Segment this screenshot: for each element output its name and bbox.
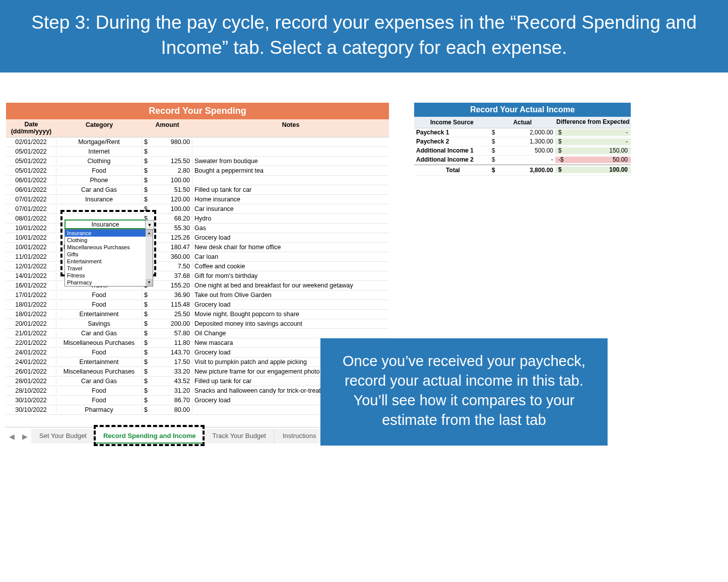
cell-amount[interactable]: $25.50	[142, 311, 192, 318]
cell-notes[interactable]: Hydro	[192, 215, 389, 222]
cell-notes[interactable]: Home insurance	[192, 196, 389, 203]
cell-date[interactable]: 06/01/2022	[6, 187, 56, 194]
cell-amount[interactable]: $33.20	[142, 368, 192, 375]
cell-actual[interactable]: $500.00	[490, 147, 555, 154]
cell-date[interactable]: 21/01/2022	[6, 330, 56, 337]
cell-date[interactable]: 12/01/2022	[6, 263, 56, 270]
spending-row[interactable]: 17/01/2022Food$36.90Take out from Olive …	[6, 290, 389, 300]
spending-row[interactable]: 06/01/2022Phone$100.00	[6, 176, 389, 185]
spending-row[interactable]: 11/01/2022Debt$360.00Car loan	[6, 252, 389, 262]
spending-row[interactable]: 05/01/2022Internet$	[6, 147, 389, 157]
cell-date[interactable]: 16/01/2022	[6, 282, 56, 289]
cell-category[interactable]: Internet	[56, 148, 142, 155]
cell-source[interactable]: Additional Income 1	[414, 147, 490, 154]
income-row[interactable]: Paycheck 1$2,000.00$-	[414, 128, 631, 137]
dropdown-arrow-icon[interactable]: ▼	[145, 220, 154, 230]
cell-date[interactable]: 07/01/2022	[6, 196, 56, 203]
category-dropdown-list[interactable]: ▴ ▾ InsuranceClothingMiscellaneous Purch…	[64, 229, 153, 286]
cell-date[interactable]: 18/01/2022	[6, 311, 56, 318]
cell-date[interactable]: 02/01/2022	[6, 139, 56, 146]
cell-notes[interactable]: Grocery load	[192, 234, 389, 241]
dropdown-option[interactable]: Insurance	[65, 230, 153, 237]
cell-amount[interactable]: $80.00	[142, 406, 192, 413]
cell-amount[interactable]: $17.50	[142, 358, 192, 366]
cell-amount[interactable]: $51.50	[142, 186, 192, 193]
cell-amount[interactable]: $115.48	[142, 301, 192, 308]
cell-date[interactable]: 05/01/2022	[6, 168, 56, 175]
cell-date[interactable]: 05/01/2022	[6, 158, 56, 165]
cell-notes[interactable]: One night at bed and breakfast for our w…	[192, 282, 389, 289]
cell-source[interactable]: Additional Income 2	[414, 156, 490, 163]
spending-row[interactable]: 08/01/2022$68.20Hydro	[6, 214, 389, 224]
cell-date[interactable]: 17/01/2022	[6, 292, 56, 299]
cell-date[interactable]: 28/10/2022	[6, 388, 56, 395]
spending-row[interactable]: 10/01/2022$125.26Grocery load	[6, 233, 389, 243]
cell-date[interactable]: 10/01/2022	[6, 225, 56, 232]
cell-date[interactable]: 24/01/2022	[6, 349, 56, 356]
cell-category[interactable]: Car and Gas	[56, 330, 142, 337]
cell-notes[interactable]: Gift for mom's birthday	[192, 272, 389, 279]
cell-date[interactable]: 24/01/2022	[6, 359, 56, 366]
cell-date[interactable]: 30/10/2022	[6, 407, 56, 414]
cell-amount[interactable]: $125.50	[142, 158, 192, 165]
tab-nav-next-icon[interactable]: ▶	[18, 430, 31, 443]
cell-notes[interactable]: Gas	[192, 225, 389, 232]
spending-row[interactable]: 18/01/2022Food$115.48Grocery load	[6, 300, 389, 310]
dropdown-option[interactable]: Travel	[65, 265, 153, 272]
cell-actual[interactable]: $-	[490, 156, 555, 163]
cell-notes[interactable]: Car loan	[192, 253, 389, 260]
cell-amount[interactable]: $980.00	[142, 138, 192, 146]
spending-row[interactable]: 07/01/2022$100.00Car insurance	[6, 204, 389, 214]
cell-date[interactable]: 10/01/2022	[6, 235, 56, 242]
cell-amount[interactable]: $36.90	[142, 292, 192, 299]
cell-notes[interactable]: Filled up tank for car	[192, 186, 389, 193]
cell-date[interactable]: 07/01/2022	[6, 206, 56, 213]
spending-row[interactable]: 05/01/2022Food$2.80Bought a peppermint t…	[6, 166, 389, 176]
spending-row[interactable]: 20/01/2022Savings$200.00Deposited money …	[6, 319, 389, 329]
spending-row[interactable]: 21/01/2022Car and Gas$57.80Oil Change	[6, 329, 389, 338]
cell-date[interactable]: 11/01/2022	[6, 254, 56, 261]
cell-date[interactable]: 14/01/2022	[6, 273, 56, 280]
income-row[interactable]: Paycheck 2$1,300.00$-	[414, 137, 631, 147]
cell-category[interactable]: Food	[56, 301, 142, 308]
spending-row[interactable]: 12/01/2022Food$7.50Coffee and cookie	[6, 262, 389, 271]
cell-category[interactable]: Phone	[56, 177, 142, 184]
spending-row[interactable]: 10/01/2022$55.30Gas	[6, 224, 389, 233]
cell-date[interactable]: 05/01/2022	[6, 149, 56, 156]
cell-amount[interactable]: $100.00	[142, 177, 192, 184]
cell-date[interactable]: 30/10/2022	[6, 397, 56, 404]
cell-actual[interactable]: $2,000.00	[490, 129, 555, 136]
cell-notes[interactable]: Movie night. Bought popcorn to share	[192, 311, 389, 318]
cell-amount[interactable]: $200.00	[142, 320, 192, 327]
dropdown-option[interactable]: Fitness	[65, 272, 153, 279]
cell-category[interactable]: Clothing	[56, 158, 142, 165]
cell-actual[interactable]: $1,300.00	[490, 138, 555, 145]
cell-date[interactable]: 26/01/2022	[6, 369, 56, 376]
spending-row[interactable]: 07/01/2022Insurance$120.00Home insurance	[6, 195, 389, 204]
cell-category[interactable]: Mortgage/Rent	[56, 138, 142, 146]
spending-row[interactable]: 14/01/2022Gifts$37.68Gift for mom's birt…	[6, 271, 389, 281]
spending-row[interactable]: 10/01/2022Miscellaneous Purchases$180.47…	[6, 243, 389, 252]
dropdown-option[interactable]: Miscellaneous Purchases	[65, 244, 153, 251]
cell-date[interactable]: 28/01/2022	[6, 378, 56, 385]
scroll-up-icon[interactable]: ▴	[146, 230, 153, 237]
cell-amount[interactable]: $57.80	[142, 330, 192, 337]
cell-notes[interactable]: Oil Change	[192, 330, 389, 337]
cell-amount[interactable]: $	[142, 148, 192, 155]
cell-date[interactable]: 06/01/2022	[6, 177, 56, 184]
tab-nav-prev-icon[interactable]: ◀	[5, 430, 18, 443]
cell-date[interactable]: 22/01/2022	[6, 340, 56, 347]
cell-category[interactable]: Food	[56, 349, 142, 356]
cell-amount[interactable]: $2.80	[142, 167, 192, 174]
cell-date[interactable]: 10/01/2022	[6, 244, 56, 251]
cell-notes[interactable]: Car insurance	[192, 205, 389, 212]
cell-notes[interactable]: Bought a peppermint tea	[192, 167, 389, 174]
cell-notes[interactable]: Deposited money into savings account	[192, 320, 389, 327]
cell-category[interactable]: Savings	[56, 320, 142, 327]
cell-category[interactable]: Miscellaneous Purchases	[56, 339, 142, 346]
cell-notes[interactable]: Coffee and cookie	[192, 263, 389, 270]
sheet-tab[interactable]: Track Your Budget	[204, 429, 274, 444]
cell-category[interactable]: Food	[56, 397, 142, 404]
cell-category[interactable]: Car and Gas	[56, 186, 142, 193]
spending-row[interactable]: 06/01/2022Car and Gas$51.50Filled up tan…	[6, 185, 389, 195]
